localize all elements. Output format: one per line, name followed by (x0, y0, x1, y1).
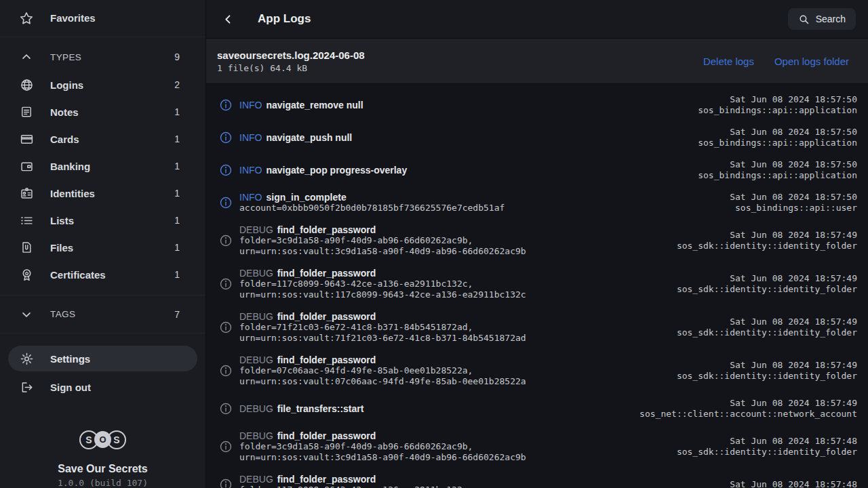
open-logs-folder-link[interactable]: Open logs folder (774, 56, 849, 67)
sidebar-divider (0, 333, 205, 333)
sidebar-item-label: Notes (50, 106, 158, 118)
info-circle-icon (219, 364, 233, 378)
log-detail: urn=urn:sos:vault:3c9d1a58-a90f-40d9-ab9… (239, 452, 669, 463)
gear-icon (19, 351, 34, 366)
log-source: sos_net::client::account::network_accoun… (639, 409, 857, 420)
log-source: sos_bindings::api::user (730, 203, 857, 214)
sidebar-item-count: 2 (174, 79, 180, 90)
log-message: sign_in_complete (266, 192, 346, 203)
sidebar-item-certificates[interactable]: Certificates1 (0, 261, 205, 288)
log-message: find_folder_password (277, 268, 376, 279)
sidebar: Favorites TYPES 9 Logins2Notes1Cards1Ban… (0, 0, 206, 488)
sidebar-item-files[interactable]: Files1 (0, 234, 205, 261)
log-actions: Delete logs Open logs folder (703, 56, 849, 67)
info-circle-icon (219, 321, 233, 334)
log-detail: urn=urn:sos:vault:07c06aac-94fd-49fe-85a… (239, 376, 669, 387)
log-timestamp: Sat Jun 08 2024 18:57:50 (730, 192, 857, 203)
sidebar-item-notes[interactable]: Notes1 (0, 98, 205, 125)
log-entry: INFOsign_in_completeaccount=0xbbb9050f2b… (219, 186, 857, 219)
log-source: sos_sdk::identity::identity_folder (677, 327, 857, 338)
sidebar-item-settings[interactable]: Settings (8, 346, 197, 372)
info-circle-icon (219, 402, 233, 415)
tags-count: 7 (174, 309, 180, 320)
file-clip-icon (19, 240, 34, 255)
chevron-up-icon (19, 49, 34, 64)
log-source: sos_sdk::identity::identity_folder (677, 241, 857, 251)
app-name: Save Our Secrets (58, 463, 148, 475)
log-message: navigate_remove null (266, 100, 363, 110)
log-entry: INFOnavigate_pop progress-overlaySat Jun… (219, 154, 857, 186)
search-button[interactable]: Search (788, 8, 856, 30)
log-meta: Sat Jun 08 2024 18:57:50sos_bindings::ap… (698, 127, 857, 148)
chevron-left-icon (222, 13, 235, 26)
sidebar-item-label: Identities (50, 188, 158, 199)
sidebar-item-banking[interactable]: Banking1 (0, 152, 205, 180)
log-detail: folder=07c06aac-94fd-49fe-85ab-0ee01b285… (239, 365, 669, 376)
log-timestamp: Sat Jun 08 2024 18:57:49 (677, 360, 857, 371)
sidebar-item-identities[interactable]: Identities1 (0, 180, 205, 207)
sidebar-footer: S O S Save Our Secrets 1.0.0 (build 107) (0, 424, 205, 488)
log-message: file_transfers::start (277, 403, 364, 414)
sidebar-item-logins[interactable]: Logins2 (0, 71, 205, 98)
types-section-label: TYPES (50, 52, 158, 62)
log-list[interactable]: INFOnavigate_remove nullSat Jun 08 2024 … (206, 84, 868, 488)
log-detail: folder=117c8099-9643-42ce-a136-ea2911bc1… (239, 279, 669, 289)
search-button-label: Search (816, 14, 846, 24)
types-section-toggle[interactable]: TYPES 9 (0, 44, 205, 70)
sidebar-item-favorites[interactable]: Favorites (0, 0, 205, 37)
log-timestamp: Sat Jun 08 2024 18:57:50 (698, 127, 857, 138)
log-entry: INFOnavigate_remove nullSat Jun 08 2024 … (219, 89, 857, 121)
log-detail: folder=3c9d1a58-a90f-40d9-ab96-66d60262a… (239, 235, 669, 246)
log-timestamp: Sat Jun 08 2024 18:57:48 (730, 479, 857, 488)
log-meta: Sat Jun 08 2024 18:57:48sos_sdk::identit… (677, 436, 857, 458)
sidebar-divider (0, 295, 205, 296)
log-message: navigate_pop progress-overlay (266, 165, 407, 176)
log-meta: Sat Jun 08 2024 18:57:48 (730, 479, 857, 488)
log-source: sos_bindings::api::application (698, 105, 857, 116)
log-detail: folder=3c9d1a58-a90f-40d9-ab96-66d60262a… (239, 441, 669, 452)
logs-file-header: saveoursecrets.log.2024-06-08 1 file(s) … (206, 39, 868, 84)
log-source: sos_bindings::api::application (698, 138, 857, 148)
log-meta: Sat Jun 08 2024 18:57:49sos_net::client:… (639, 398, 857, 420)
log-level: INFO (239, 132, 262, 143)
star-icon (19, 11, 34, 26)
sidebar-item-label: Logins (50, 79, 158, 91)
log-timestamp: Sat Jun 08 2024 18:57:50 (698, 94, 857, 105)
info-circle-icon (219, 98, 233, 112)
log-timestamp: Sat Jun 08 2024 18:57:49 (639, 398, 857, 409)
log-message-block: DEBUGfind_folder_passwordfolder=71f21c03… (239, 311, 669, 344)
log-source: sos_bindings::api::application (698, 170, 857, 181)
log-entry: DEBUGfind_folder_passwordfolder=3c9d1a58… (219, 425, 857, 468)
log-message-block: DEBUGfind_folder_passwordfolder=3c9d1a58… (239, 224, 669, 257)
settings-label: Settings (50, 353, 180, 365)
globe-icon (19, 77, 34, 92)
sos-logo: S O S (79, 424, 126, 456)
info-circle-icon (219, 277, 233, 291)
info-circle-icon (219, 163, 233, 177)
log-message-block: DEBUGfind_folder_passwordfolder=3c9d1a58… (239, 430, 669, 463)
log-level: INFO (239, 165, 262, 176)
sidebar-item-signout[interactable]: Sign out (8, 374, 197, 401)
tags-section-label: TAGS (50, 309, 158, 319)
log-message: find_folder_password (277, 354, 376, 365)
tags-section-toggle[interactable]: TAGS 7 (0, 301, 205, 327)
sidebar-divider (0, 37, 205, 37)
file-meta: saveoursecrets.log.2024-06-08 1 file(s) … (217, 49, 365, 73)
delete-logs-link[interactable]: Delete logs (703, 56, 754, 67)
card-icon (19, 131, 34, 146)
log-level: DEBUG (239, 474, 273, 485)
log-timestamp: Sat Jun 08 2024 18:57:49 (677, 230, 857, 241)
log-level: DEBUG (239, 403, 273, 414)
log-level: DEBUG (239, 311, 273, 322)
sidebar-item-lists[interactable]: Lists1 (0, 207, 205, 234)
back-button[interactable] (216, 7, 240, 31)
app-version: 1.0.0 (build 107) (58, 478, 148, 488)
sign-out-icon (19, 380, 34, 395)
log-meta: Sat Jun 08 2024 18:57:50sos_bindings::ap… (698, 159, 857, 181)
log-detail: urn=urn:sos:vault:117c8099-9643-42ce-a13… (239, 289, 669, 300)
page-title: App Logs (258, 12, 311, 26)
info-circle-icon (219, 131, 233, 144)
log-message-block: DEBUGfile_transfers::start (239, 403, 631, 414)
sidebar-item-cards[interactable]: Cards1 (0, 125, 205, 152)
log-meta: Sat Jun 08 2024 18:57:49sos_sdk::identit… (677, 317, 857, 338)
